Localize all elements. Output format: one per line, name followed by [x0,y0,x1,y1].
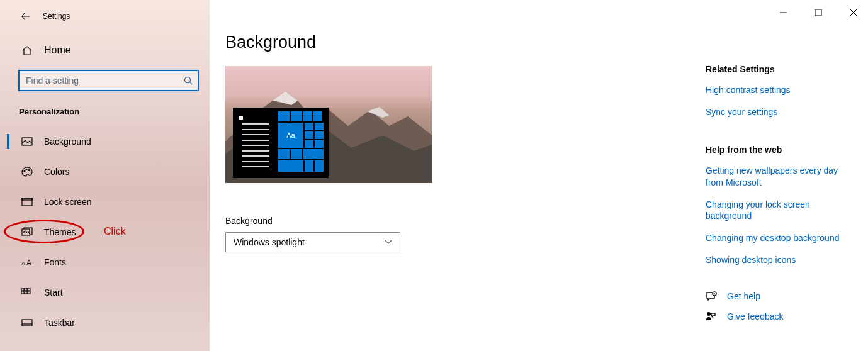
svg-text:?: ? [713,292,715,296]
svg-text:A: A [26,259,31,267]
search-icon [184,76,193,85]
feedback-icon [706,311,716,321]
home-icon [21,45,33,55]
sidebar-item-taskbar[interactable]: Taskbar [0,308,210,338]
svg-rect-14 [25,291,27,294]
start-menu-preview: Aa [233,108,329,178]
sidebar-item-themes[interactable]: Themes Click [0,217,210,247]
svg-point-3 [26,169,27,170]
fonts-icon: AA [21,258,33,267]
link-wallpapers[interactable]: Getting new wallpapers every day from Mi… [706,165,850,189]
maximize-button[interactable] [808,5,829,20]
svg-rect-15 [28,291,30,294]
picture-icon [21,137,33,146]
link-lockscreen-bg[interactable]: Changing your lock screen background [706,199,850,223]
background-preview: Aa [225,66,432,183]
svg-point-26 [707,312,711,316]
lockscreen-icon [21,198,33,206]
nav-label: Background [44,136,91,147]
dropdown-value: Windows spotlight [234,237,305,247]
link-desktop-icons[interactable]: Showing desktop icons [706,254,850,266]
svg-point-4 [28,170,30,171]
preview-tile-aa: Aa [278,123,303,148]
chevron-down-icon [385,240,392,245]
sidebar-nav: Background Colors Lock screen Themes [0,126,210,338]
close-button[interactable] [843,5,864,20]
right-panel: Related Settings High contrast settings … [706,64,850,321]
themes-icon [21,227,33,237]
svg-rect-19 [815,9,821,16]
taskbar-icon [21,319,33,326]
help-icon: ? [706,291,716,301]
palette-icon [21,167,33,177]
link-get-help[interactable]: Get help [727,291,760,301]
search-input-wrapper[interactable] [19,70,198,91]
link-sync-settings[interactable]: Sync your settings [706,106,850,118]
nav-label: Colors [44,167,69,177]
annotation-text: Click [104,226,126,237]
settings-title: Settings [43,12,70,21]
svg-point-2 [24,170,25,172]
main-content: Background A [210,0,868,351]
link-give-feedback[interactable]: Give feedback [727,311,784,321]
help-heading: Help from the web [706,145,850,155]
section-heading: Personalization [0,91,210,121]
back-icon[interactable] [21,12,30,21]
window-controls [772,5,864,20]
page-title: Background [225,33,852,52]
nav-label: Themes [44,227,76,237]
sidebar-item-background[interactable]: Background [0,126,210,157]
svg-rect-11 [25,288,27,291]
svg-point-0 [185,77,191,83]
svg-text:A: A [21,260,25,267]
nav-label: Fonts [44,257,66,267]
related-heading: Related Settings [706,64,850,74]
svg-rect-10 [21,288,24,291]
svg-rect-12 [28,288,30,291]
link-desktop-bg[interactable]: Changing my desktop background [706,232,850,244]
link-high-contrast[interactable]: High contrast settings [706,84,850,96]
sidebar: Settings Home Personalization Background [0,0,210,351]
search-input[interactable] [26,75,184,86]
home-label: Home [44,45,71,56]
sidebar-home[interactable]: Home [0,36,210,65]
sidebar-item-colors[interactable]: Colors [0,157,210,187]
svg-rect-13 [21,291,24,294]
svg-rect-5 [22,198,32,206]
nav-label: Start [44,287,63,298]
sidebar-item-lockscreen[interactable]: Lock screen [0,187,210,217]
svg-rect-27 [711,313,715,316]
sidebar-item-fonts[interactable]: AA Fonts [0,247,210,277]
background-dropdown[interactable]: Windows spotlight [225,232,400,252]
nav-label: Lock screen [44,197,91,207]
svg-rect-16 [22,320,32,326]
nav-label: Taskbar [44,318,75,328]
svg-rect-6 [22,198,32,200]
sidebar-item-start[interactable]: Start [0,277,210,308]
start-icon [21,288,33,297]
minimize-button[interactable] [772,5,794,20]
